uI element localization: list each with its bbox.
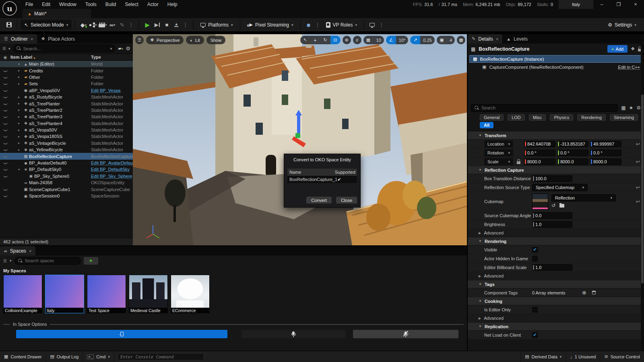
rotation-x-field[interactable]: 0.0 ° [524, 150, 555, 156]
column-item-label[interactable]: Item Label ▴ [10, 55, 91, 60]
outliner-row[interactable]: ▸ ❖ aS_TreePlanter4 StaticMeshActor [0, 120, 133, 127]
actor-type[interactable]: StaticMeshActor [91, 101, 133, 106]
visible-checkbox[interactable]: ✔ [532, 247, 538, 253]
stage-monitor-button[interactable] [367, 20, 377, 30]
outliner-row[interactable]: ▩ BoxReflectionCapture BoxReflectionCapt… [0, 153, 133, 159]
menu-item[interactable]: Build [101, 0, 121, 9]
expand-caret[interactable]: ▸ [18, 75, 23, 79]
outliner-row[interactable]: ▸ ❖ aS_Vespa50V StaticMeshActor [0, 127, 133, 133]
section-tags[interactable]: ▼Tags [468, 280, 644, 288]
actor-type[interactable]: SpaceSession [91, 193, 133, 198]
spaces-search-input[interactable] [25, 258, 77, 263]
actor-type[interactable]: Folder [91, 68, 133, 73]
visibility-toggle[interactable] [0, 129, 10, 131]
component-tree-root[interactable]: ▩ BoxReflectionCapture (Instance) [469, 55, 642, 63]
visibility-toggle[interactable] [0, 70, 10, 72]
outliner-row[interactable]: ◉ aBP_Vespa50V Edit BP_Vespa [0, 87, 133, 94]
actor-type[interactable]: World [91, 62, 133, 66]
expand-caret[interactable]: ▸ [18, 82, 23, 86]
play-button[interactable]: ▶ [142, 20, 152, 30]
display-options-icon[interactable]: ▦ [621, 105, 625, 111]
actor-type[interactable]: Folder [91, 75, 133, 80]
spaces-search[interactable] [14, 257, 81, 265]
is-editor-only-checkbox[interactable]: ✔ [532, 307, 538, 313]
visibility-toggle[interactable] [0, 155, 10, 158]
expand-caret[interactable]: ▸ [18, 69, 23, 72]
expand-caret[interactable]: ▸ [18, 135, 23, 138]
close-icon[interactable]: × [31, 37, 33, 41]
menu-item[interactable]: File [21, 0, 37, 9]
actor-type[interactable]: Edit BP_Sky_Sphere [91, 174, 133, 179]
stage-monitor-menu[interactable]: ⋮ [377, 22, 386, 28]
visibility-toggle[interactable] [0, 142, 10, 144]
cmd-dropdown[interactable]: >_ Cmd ▾ [83, 351, 114, 362]
scale-snap-value[interactable]: 0.25 [420, 36, 434, 44]
favorites-icon[interactable]: ★ [629, 105, 633, 111]
outliner-row[interactable]: ◉ BP_Sky_Sphere0 Edit BP_Sky_Sphere [0, 173, 133, 179]
close-button[interactable]: Close [336, 197, 357, 204]
advanced-reflection[interactable]: ▶Advanced [468, 229, 644, 237]
blueprint-convert-icon[interactable]: ❖ [631, 46, 635, 51]
outliner-row[interactable]: ▾ ☀ BP_DefaultSky0 Edit BP_DefaultSky [0, 166, 133, 173]
outliner-row[interactable]: ▸ ▰ Credits Folder [0, 67, 133, 74]
add-element-icon[interactable]: ⊕ [582, 290, 586, 296]
add-space-button[interactable]: + [84, 257, 98, 265]
component-tree-child[interactable]: ▣ CaptureComponent (NewReflectionCompone… [468, 63, 644, 71]
close-icon[interactable]: × [29, 249, 31, 253]
dialog-table-row[interactable]: BoxReflectionCapture_1 ✔ [287, 176, 357, 183]
location-z-field[interactable]: 49.999997 [590, 141, 621, 147]
advanced-cooking[interactable]: ▶Advanced [468, 314, 644, 323]
location-x-field[interactable]: 842.640708 [524, 141, 555, 147]
menu-item[interactable]: Help [163, 0, 182, 9]
expand-caret[interactable]: ▸ [18, 95, 23, 99]
perspective-dropdown[interactable]: ❖Perspective [146, 36, 184, 44]
visibility-toggle[interactable] [0, 89, 10, 92]
visibility-toggle[interactable] [0, 181, 10, 184]
actor-type[interactable]: BoxReflectionCapture [91, 154, 133, 159]
select-tool[interactable]: ↖ [300, 36, 310, 44]
scale-snap-toggle[interactable]: ↗ [410, 36, 420, 44]
actor-type[interactable]: StaticMeshActor [91, 141, 133, 146]
actor-type[interactable]: StaticMeshActor [91, 147, 133, 152]
outliner-row[interactable]: ▸ ❖ aS_RustyBicycle StaticMeshActor [0, 94, 133, 100]
skip-button[interactable]: ▶ [152, 20, 162, 30]
details-search[interactable] [471, 104, 618, 112]
section-reflection-capture[interactable]: ▼Reflection Capture [468, 166, 644, 174]
minimize-button[interactable]: – [593, 0, 610, 9]
outliner-row[interactable]: ▾ ▲ Main (Editor) World [0, 61, 133, 67]
derived-data-button[interactable]: ▤ Derived Data ▾ [520, 351, 566, 362]
oko-dropdown[interactable]: ∞▾ [107, 20, 117, 30]
outliner-row[interactable]: ▸ ❖ aS_VintageBicycle StaticMeshActor [0, 140, 133, 146]
tab-place-actors[interactable]: ❖ Place Actors [37, 34, 79, 43]
actor-type[interactable]: StaticMeshActor [91, 134, 133, 139]
settings-dropdown[interactable]: ⚙ Settings ▾ [604, 20, 640, 30]
add-actor-button[interactable]: ◆+▾ [78, 20, 88, 30]
grid-snap-value[interactable]: 10 [374, 36, 384, 44]
camera-speed-value[interactable]: 4 [447, 36, 455, 44]
tab-details[interactable]: ✎ Details × [468, 34, 502, 43]
collaborators-menu[interactable]: ⋮ [314, 22, 322, 28]
actor-type[interactable]: Edit BP_DefaultSky [91, 167, 133, 172]
visibility-toggle[interactable] [0, 135, 10, 138]
rotate-tool[interactable]: ↻ [320, 36, 330, 44]
scale-y-field[interactable]: 8000.0 [557, 158, 588, 165]
grid-snap-toggle[interactable]: ▦ [363, 36, 374, 44]
source-type-dropdown[interactable]: Specified Cubemap▾ [532, 184, 588, 191]
outliner-row[interactable]: ▸ ▰ Other Folder [0, 74, 133, 80]
outliner-row[interactable]: ▸ ❖ aS_TreePlanter StaticMeshActor [0, 100, 133, 107]
play-options-menu[interactable]: ⋮ [181, 22, 190, 28]
visibility-toggle[interactable] [0, 63, 10, 65]
section-replication[interactable]: ▼Replication [468, 323, 644, 331]
filter-chip-all[interactable]: All [480, 122, 493, 128]
outliner-search[interactable]: ▾ [13, 45, 116, 52]
project-name[interactable]: Italy [559, 0, 593, 9]
visibility-toggle[interactable] [0, 76, 10, 78]
actor-type[interactable]: Folder [91, 81, 133, 86]
actor-type[interactable]: StaticMeshActor [91, 121, 133, 126]
close-icon[interactable]: × [496, 37, 498, 41]
chevron-down-icon[interactable]: ▾ [110, 47, 112, 51]
location-y-field[interactable]: -313.853187 [557, 141, 588, 147]
visibility-toggle[interactable] [0, 188, 10, 191]
tab-spaces[interactable]: ∞ Spaces × [0, 246, 35, 255]
billboard-scale-field[interactable]: 1.0 [532, 264, 572, 271]
